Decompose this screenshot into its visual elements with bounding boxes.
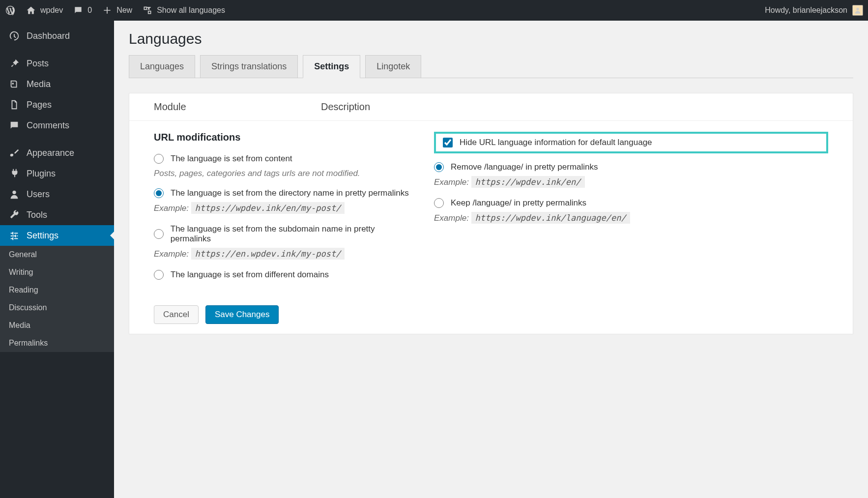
user-icon bbox=[9, 189, 20, 200]
tab-settings[interactable]: Settings bbox=[303, 55, 360, 78]
sidebar-item-media[interactable]: Media bbox=[0, 74, 114, 94]
site-name-link[interactable]: wpdev bbox=[26, 5, 63, 16]
radio-label: Keep /language/ in pretty permalinks bbox=[451, 198, 586, 208]
sidebar-sub-writing[interactable]: Writing bbox=[0, 264, 114, 281]
sidebar-label: Media bbox=[27, 79, 51, 89]
comment-icon bbox=[73, 5, 84, 16]
radio-label: The language is set from different domai… bbox=[171, 270, 329, 280]
radio-remove-lang[interactable]: Remove /language/ in pretty permalinks bbox=[434, 162, 828, 172]
tab-strings[interactable]: Strings translations bbox=[200, 55, 298, 78]
checkbox-hide-default[interactable]: Hide URL language information for defaul… bbox=[443, 138, 819, 147]
from-dir-example: Example: https://wpdev.ink/en/my-post/ bbox=[154, 203, 414, 213]
sidebar-item-pages[interactable]: Pages bbox=[0, 94, 114, 115]
checkbox-label: Hide URL language information for defaul… bbox=[460, 138, 652, 147]
sidebar-label: Plugins bbox=[27, 169, 56, 179]
plus-icon bbox=[102, 5, 113, 16]
main-content: Languages Languages Strings translations… bbox=[114, 21, 868, 498]
checkbox-hide-default-input[interactable] bbox=[443, 138, 453, 147]
sidebar-label: Appearance bbox=[27, 148, 74, 158]
sidebar-label: Pages bbox=[27, 100, 52, 110]
sidebar-label: Dashboard bbox=[27, 31, 70, 41]
example-code: https://wpdev.ink/language/en/ bbox=[471, 212, 630, 224]
site-name: wpdev bbox=[40, 6, 63, 15]
sidebar-item-plugins[interactable]: Plugins bbox=[0, 163, 114, 184]
radio-from-subdomain-input[interactable] bbox=[154, 229, 164, 239]
radio-remove-lang-input[interactable] bbox=[434, 162, 444, 172]
module-title: URL modifications bbox=[154, 132, 414, 143]
sidebar-sub-permalinks[interactable]: Permalinks bbox=[0, 334, 114, 352]
save-button[interactable]: Save Changes bbox=[205, 305, 279, 324]
sidebar-label: Settings bbox=[27, 231, 58, 241]
sidebar-item-appearance[interactable]: Appearance bbox=[0, 143, 114, 163]
sidebar-item-comments[interactable]: Comments bbox=[0, 115, 114, 136]
greeting-text: Howdy, brianleejackson bbox=[765, 6, 847, 15]
page-icon bbox=[9, 99, 20, 110]
example-code: https://en.wpdev.ink/my-post/ bbox=[191, 248, 345, 260]
dashboard-icon bbox=[9, 30, 20, 41]
wordpress-icon bbox=[5, 5, 16, 16]
column-module: Module bbox=[154, 101, 321, 113]
sidebar-sub-discussion[interactable]: Discussion bbox=[0, 299, 114, 317]
sidebar-item-dashboard[interactable]: Dashboard bbox=[0, 26, 114, 46]
admin-bar: wpdev 0 New Show all languages Howdy, br… bbox=[0, 0, 868, 21]
radio-label: Remove /language/ in pretty permalinks bbox=[451, 162, 598, 172]
tab-languages[interactable]: Languages bbox=[129, 55, 195, 78]
example-code: https://wpdev.ink/en/my-post/ bbox=[191, 202, 345, 214]
sidebar-sub-general[interactable]: General bbox=[0, 246, 114, 264]
comments-count: 0 bbox=[87, 6, 92, 15]
right-column: Hide URL language information for defaul… bbox=[434, 132, 828, 285]
highlight-box: Hide URL language information for defaul… bbox=[434, 132, 828, 153]
comment-icon bbox=[9, 120, 20, 131]
sidebar-label: Comments bbox=[27, 120, 69, 131]
radio-keep-lang-input[interactable] bbox=[434, 198, 444, 208]
svg-point-1 bbox=[12, 191, 16, 194]
example-code: https://wpdev.ink/en/ bbox=[471, 176, 585, 188]
radio-from-domain-input[interactable] bbox=[154, 270, 164, 280]
page-title: Languages bbox=[129, 30, 853, 47]
plug-icon bbox=[9, 168, 20, 179]
sliders-icon bbox=[9, 230, 20, 241]
admin-bar-left: wpdev 0 New Show all languages bbox=[5, 5, 225, 16]
show-all-langs-label: Show all languages bbox=[157, 6, 225, 15]
column-description: Description bbox=[321, 101, 828, 113]
from-subdomain-example: Example: https://en.wpdev.ink/my-post/ bbox=[154, 249, 414, 259]
radio-from-dir-input[interactable] bbox=[154, 188, 164, 198]
radio-keep-lang[interactable]: Keep /language/ in pretty permalinks bbox=[434, 198, 828, 208]
new-link[interactable]: New bbox=[102, 5, 132, 16]
cancel-button[interactable]: Cancel bbox=[154, 305, 199, 324]
admin-sidebar: Dashboard Posts Media Pages Comments App… bbox=[0, 21, 114, 498]
tabs: Languages Strings translations Settings … bbox=[129, 55, 853, 78]
sidebar-item-users[interactable]: Users bbox=[0, 184, 114, 205]
sidebar-submenu: General Writing Reading Discussion Media… bbox=[0, 246, 114, 352]
translate-icon bbox=[142, 5, 153, 16]
settings-panel: Module Description URL modifications The… bbox=[129, 93, 853, 334]
sidebar-label: Posts bbox=[27, 59, 49, 69]
sidebar-item-tools[interactable]: Tools bbox=[0, 205, 114, 225]
keep-lang-example: Example: https://wpdev.ink/language/en/ bbox=[434, 213, 828, 223]
remove-lang-example: Example: https://wpdev.ink/en/ bbox=[434, 177, 828, 187]
radio-from-content[interactable]: The language is set from content bbox=[154, 154, 414, 164]
comments-link[interactable]: 0 bbox=[73, 5, 92, 16]
radio-from-subdomain[interactable]: The language is set from the subdomain n… bbox=[154, 224, 414, 244]
show-all-langs[interactable]: Show all languages bbox=[142, 5, 225, 16]
sidebar-item-posts[interactable]: Posts bbox=[0, 53, 114, 74]
radio-from-dir[interactable]: The language is set from the directory n… bbox=[154, 188, 414, 198]
radio-from-domain[interactable]: The language is set from different domai… bbox=[154, 270, 414, 280]
button-row: Cancel Save Changes bbox=[129, 295, 853, 334]
radio-label: The language is set from the directory n… bbox=[171, 188, 409, 198]
sidebar-sub-reading[interactable]: Reading bbox=[0, 281, 114, 299]
sidebar-item-settings[interactable]: Settings bbox=[0, 225, 114, 246]
media-icon bbox=[9, 79, 20, 89]
tab-lingotek[interactable]: Lingotek bbox=[365, 55, 421, 78]
left-column: URL modifications The language is set fr… bbox=[154, 132, 414, 285]
radio-from-content-input[interactable] bbox=[154, 154, 164, 164]
panel-body: URL modifications The language is set fr… bbox=[129, 121, 853, 295]
sidebar-label: Users bbox=[27, 189, 50, 200]
pin-icon bbox=[9, 58, 20, 69]
from-content-hint: Posts, pages, categories and tags urls a… bbox=[154, 169, 414, 178]
admin-bar-right[interactable]: Howdy, brianleejackson bbox=[765, 5, 863, 16]
wp-logo[interactable] bbox=[5, 5, 16, 16]
brush-icon bbox=[9, 147, 20, 158]
sidebar-sub-media[interactable]: Media bbox=[0, 317, 114, 334]
panel-header: Module Description bbox=[129, 93, 853, 121]
